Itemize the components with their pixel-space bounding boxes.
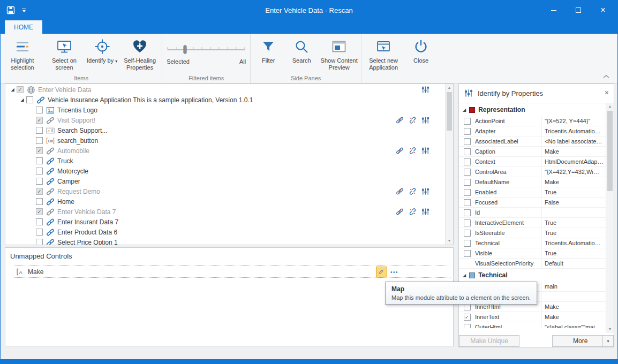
property-row[interactable]: Enabled True [459,187,614,198]
tree-row[interactable]: ◢ Visit Support! [5,115,444,125]
unmap-icon[interactable] [396,147,404,155]
tree-row[interactable]: ◢ Tricentis Logo [5,105,444,115]
unmap-icon[interactable] [396,187,404,195]
scroll-up-icon[interactable]: ▲ [446,84,453,92]
properties-scrollbar[interactable]: ▲ ▼ [606,103,614,333]
self-healing-properties-button[interactable]: Self-Healing Properties [119,36,161,71]
property-checkbox[interactable] [464,128,471,135]
tree-checkbox[interactable] [36,117,43,124]
tree-row[interactable]: ◢ Enter Product Data 6 [5,227,444,237]
property-checkbox[interactable] [464,219,471,226]
section-technical[interactable]: ◢ Technical [459,269,614,282]
unmap-icon[interactable] [396,116,404,124]
map-button[interactable] [376,267,387,277]
close-button[interactable]: × [591,1,615,20]
tree-row[interactable]: ◢ Enter Vehicle Data 7 [5,207,444,217]
tree-row[interactable]: ◢ Motorcycle [5,166,444,176]
property-row[interactable]: AssociatedLabel <No label associate… [459,136,614,147]
minimize-button[interactable] [541,1,566,20]
property-row[interactable]: Caption Make [459,147,614,157]
tree-row[interactable]: ◢ Truck [5,156,444,166]
tree-checkbox[interactable] [36,188,43,195]
tree-checkbox[interactable] [36,168,43,175]
tree-checkbox[interactable] [36,107,43,113]
property-checkbox[interactable] [464,230,471,237]
property-row[interactable]: DefaultName Make [459,177,614,187]
property-checkbox[interactable] [464,209,471,216]
break-link-icon[interactable] [409,208,417,216]
tree-checkbox[interactable] [36,239,43,245]
properties-icon[interactable] [421,147,429,155]
property-checkbox[interactable] [464,179,471,186]
property-row[interactable]: OuterHtml "<label class=""mai… [459,322,614,328]
collapse-ribbon-icon[interactable] [602,74,610,79]
properties-icon[interactable] [421,208,429,216]
property-row[interactable]: Id [459,208,614,218]
tree-checkbox[interactable] [36,178,43,185]
property-checkbox[interactable] [464,189,471,196]
property-row[interactable]: ControlArea "{X=422,Y=432,Wi… [459,167,614,177]
tree-row[interactable]: ◢ Select Price Option 1 [5,237,444,245]
property-row[interactable]: InnerText Make [459,312,614,322]
property-row[interactable]: ActionPoint "{X=522, Y=444}" [459,116,614,126]
more-options-button[interactable]: ••• [390,267,398,277]
property-checkbox[interactable] [464,314,471,321]
unmap-icon[interactable] [396,208,404,216]
expander-icon[interactable]: ◢ [9,87,17,92]
section-expander-icon[interactable]: ◢ [463,273,466,278]
properties-icon[interactable] [421,187,429,195]
scroll-thumb[interactable] [447,92,452,131]
tree-checkbox[interactable] [17,86,24,93]
close-panel-icon[interactable]: × [605,88,609,97]
scroll-thumb[interactable] [607,111,613,191]
property-row[interactable]: Context HtmlDocumentAdap… [459,157,614,167]
tree-row[interactable]: ◢ Request Demo [5,186,444,196]
property-checkbox[interactable] [464,324,471,329]
tree-row[interactable]: ◢ Enter Insurant Data 7 [5,217,444,227]
property-checkbox[interactable] [464,240,471,247]
tree-checkbox[interactable] [36,147,43,154]
property-checkbox[interactable] [464,118,471,125]
tree-row[interactable]: ◢ Camper [5,176,444,186]
property-checkbox[interactable] [464,250,471,257]
tree-checkbox[interactable] [36,137,43,144]
property-checkbox[interactable] [464,169,471,176]
break-link-icon[interactable] [409,147,417,155]
tree-checkbox[interactable] [36,218,43,225]
filtered-items-slider[interactable]: Selected All [163,36,249,65]
make-unique-button[interactable]: Make Unique [459,335,519,347]
show-content-preview-button[interactable]: Show Content Preview [318,36,360,71]
property-row[interactable]: Adapter Tricentis.Automatio… [459,126,614,136]
tree-row[interactable]: ◢ a Search Support... [5,125,444,135]
select-on-screen-button[interactable]: Select on screen [43,36,85,71]
expander-icon[interactable]: ◢ [18,97,26,102]
property-checkbox[interactable] [464,199,471,206]
section-representation[interactable]: ◢ Representation [459,103,614,116]
property-row[interactable]: InteractiveElement True [459,218,614,228]
scroll-down-icon[interactable]: ▼ [446,237,453,245]
break-link-icon[interactable] [409,116,417,124]
highlight-selection-button[interactable]: Highlight selection [2,36,43,71]
select-new-application-button[interactable]: Select new Application [363,36,404,71]
scroll-down-icon[interactable]: ▼ [606,325,614,333]
tree-row[interactable]: ◢ Home [5,196,444,207]
tree-checkbox[interactable] [36,198,43,205]
identify-by-button[interactable]: Identify by▾ [85,36,119,71]
tab-home[interactable]: HOME [5,20,42,34]
property-checkbox[interactable] [464,138,471,145]
section-expander-icon[interactable]: ◢ [463,108,466,112]
tree-row[interactable]: ◢ Vehicle Insurance Application This is … [5,95,444,105]
tree-scrollbar[interactable]: ▲ ▼ [445,84,453,245]
property-row[interactable]: Visible True [459,248,614,259]
app-icon[interactable] [6,5,16,15]
property-row[interactable]: VisualSelectionPriority Default [459,259,614,269]
properties-icon[interactable] [421,86,429,94]
more-button[interactable]: More ▾ [552,335,614,347]
scroll-up-icon[interactable]: ▲ [606,103,614,110]
property-checkbox[interactable] [464,158,471,165]
maximize-button[interactable] [566,1,591,20]
tree-checkbox[interactable] [36,229,43,236]
property-row[interactable]: Technical Tricentis.Automatio… [459,238,614,248]
filter-button[interactable]: Filter [252,36,285,71]
tree-checkbox[interactable] [36,157,43,164]
